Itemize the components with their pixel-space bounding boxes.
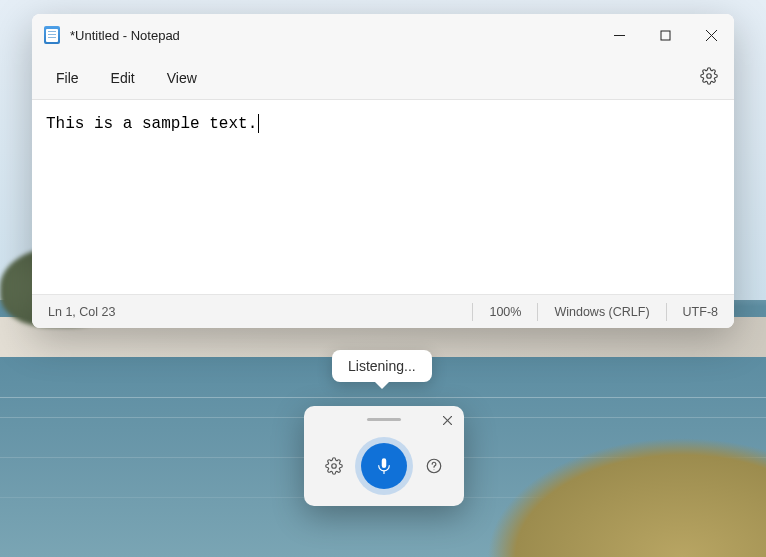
voice-tooltip: Listening... [332, 350, 432, 382]
notepad-window: *Untitled - Notepad File Edit View This … [32, 14, 734, 328]
microphone-button[interactable] [361, 443, 407, 489]
menubar: File Edit View [32, 56, 734, 100]
maximize-button[interactable] [642, 14, 688, 56]
voice-panel-header[interactable] [304, 406, 464, 434]
svg-point-7 [332, 464, 337, 469]
menu-file[interactable]: File [42, 64, 93, 92]
settings-button[interactable] [694, 61, 724, 95]
text-editor[interactable]: This is a sample text. [32, 100, 734, 294]
voice-close-button[interactable] [436, 409, 458, 431]
minimize-button[interactable] [596, 14, 642, 56]
voice-settings-button[interactable] [321, 453, 347, 479]
text-cursor [258, 114, 259, 133]
editor-content: This is a sample text. [46, 115, 257, 133]
close-button[interactable] [688, 14, 734, 56]
status-zoom[interactable]: 100% [473, 305, 537, 319]
status-encoding: UTF-8 [667, 305, 734, 319]
drag-handle[interactable] [367, 418, 401, 421]
menu-edit[interactable]: Edit [97, 64, 149, 92]
window-title: *Untitled - Notepad [70, 28, 596, 43]
menu-view[interactable]: View [153, 64, 211, 92]
statusbar: Ln 1, Col 23 100% Windows (CRLF) UTF-8 [32, 294, 734, 328]
voice-tooltip-text: Listening... [348, 358, 416, 374]
svg-point-10 [434, 469, 435, 470]
status-lineending: Windows (CRLF) [538, 305, 665, 319]
status-position: Ln 1, Col 23 [32, 305, 131, 319]
voice-typing-panel [304, 406, 464, 506]
svg-point-4 [707, 73, 712, 78]
svg-rect-1 [661, 31, 670, 40]
voice-help-button[interactable] [421, 453, 447, 479]
notepad-icon [44, 26, 60, 44]
titlebar[interactable]: *Untitled - Notepad [32, 14, 734, 56]
